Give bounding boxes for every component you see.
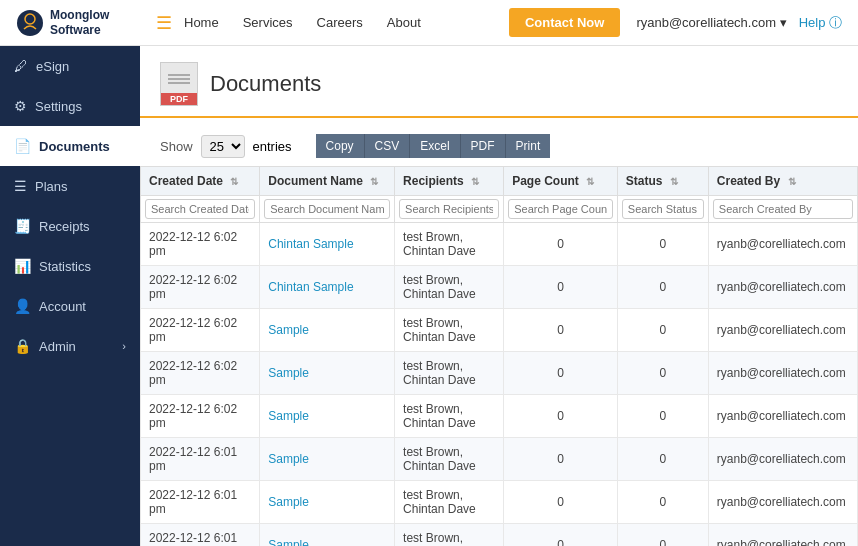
document-link[interactable]: Sample bbox=[268, 366, 309, 380]
table-header-row: Created Date ⇅ Document Name ⇅ Recipient… bbox=[141, 167, 858, 196]
sidebar-item-esign[interactable]: 🖊 eSign bbox=[0, 46, 140, 86]
nav-links: Home Services Careers About bbox=[184, 15, 509, 30]
col-header-recipients[interactable]: Recipients ⇅ bbox=[395, 167, 504, 196]
logo-line2: Software bbox=[50, 23, 109, 37]
pdf-button[interactable]: PDF bbox=[461, 134, 506, 158]
sort-icon-created-by: ⇅ bbox=[788, 176, 796, 187]
cell-recipients: test Brown, Chintan Dave bbox=[395, 395, 504, 438]
documents-table: Created Date ⇅ Document Name ⇅ Recipient… bbox=[140, 166, 858, 546]
cell-createdby: ryanb@corelliatech.com bbox=[708, 352, 857, 395]
sidebar-item-receipts[interactable]: 🧾 Receipts bbox=[0, 206, 140, 246]
sidebar-label-settings: Settings bbox=[35, 99, 82, 114]
search-page-count[interactable] bbox=[508, 199, 613, 219]
sort-icon-created-date: ⇅ bbox=[230, 176, 238, 187]
cell-docname: Sample bbox=[260, 352, 395, 395]
nav-right: ryanb@corelliatech.com ▾ Help ⓘ bbox=[636, 14, 842, 32]
search-cell-docname bbox=[260, 196, 395, 223]
search-cell-pagecount bbox=[504, 196, 618, 223]
cell-date: 2022-12-12 6:02 pm bbox=[141, 352, 260, 395]
search-recipients[interactable] bbox=[399, 199, 499, 219]
cell-date: 2022-12-12 6:01 pm bbox=[141, 481, 260, 524]
search-status[interactable] bbox=[622, 199, 704, 219]
top-navigation: Moonglow Software ☰ Home Services Career… bbox=[0, 0, 858, 46]
cell-recipients: test Brown, Chintan Dave bbox=[395, 481, 504, 524]
document-link[interactable]: Sample bbox=[268, 452, 309, 466]
table-row: 2022-12-12 6:01 pm Sample test Brown, Ch… bbox=[141, 481, 858, 524]
documents-icon: 📄 bbox=[14, 138, 31, 154]
col-header-created-date[interactable]: Created Date ⇅ bbox=[141, 167, 260, 196]
help-link[interactable]: Help ⓘ bbox=[799, 14, 842, 32]
table-controls: Show 25 10 50 100 entries Copy CSV Excel… bbox=[140, 130, 858, 166]
table-body: 2022-12-12 6:02 pm Chintan Sample test B… bbox=[141, 223, 858, 547]
cell-date: 2022-12-12 6:02 pm bbox=[141, 266, 260, 309]
nav-services[interactable]: Services bbox=[243, 15, 293, 30]
col-header-created-by[interactable]: Created By ⇅ bbox=[708, 167, 857, 196]
cell-createdby: ryanb@corelliatech.com bbox=[708, 524, 857, 547]
cell-createdby: ryanb@corelliatech.com bbox=[708, 223, 857, 266]
cell-recipients: test Brown, Chintan Dave bbox=[395, 352, 504, 395]
table-row: 2022-12-12 6:01 pm Sample test Brown, Ch… bbox=[141, 524, 858, 547]
plans-icon: ☰ bbox=[14, 178, 27, 194]
table-row: 2022-12-12 6:01 pm Sample test Brown, Ch… bbox=[141, 438, 858, 481]
csv-button[interactable]: CSV bbox=[365, 134, 411, 158]
document-link[interactable]: Sample bbox=[268, 323, 309, 337]
cell-recipients: test Brown, Chintan Dave bbox=[395, 524, 504, 547]
cell-pagecount: 0 bbox=[504, 352, 618, 395]
cell-recipients: test Brown, Chintan Dave bbox=[395, 223, 504, 266]
cell-date: 2022-12-12 6:01 pm bbox=[141, 438, 260, 481]
cell-pagecount: 0 bbox=[504, 481, 618, 524]
search-created-by[interactable] bbox=[713, 199, 853, 219]
receipts-icon: 🧾 bbox=[14, 218, 31, 234]
excel-button[interactable]: Excel bbox=[410, 134, 460, 158]
sort-icon-document-name: ⇅ bbox=[370, 176, 378, 187]
document-link[interactable]: Chintan Sample bbox=[268, 237, 353, 251]
contact-now-button[interactable]: Contact Now bbox=[509, 8, 620, 37]
print-button[interactable]: Print bbox=[506, 134, 551, 158]
cell-recipients: test Brown, Chintan Dave bbox=[395, 309, 504, 352]
cell-docname: Sample bbox=[260, 395, 395, 438]
document-link[interactable]: Sample bbox=[268, 538, 309, 546]
sidebar-item-statistics[interactable]: 📊 Statistics bbox=[0, 246, 140, 286]
search-document-name[interactable] bbox=[264, 199, 390, 219]
cell-docname: Chintan Sample bbox=[260, 223, 395, 266]
logo-line1: Moonglow bbox=[50, 8, 109, 22]
copy-button[interactable]: Copy bbox=[316, 134, 365, 158]
sidebar-label-esign: eSign bbox=[36, 59, 69, 74]
user-email-dropdown[interactable]: ryanb@corelliatech.com ▾ bbox=[636, 15, 786, 30]
nav-about[interactable]: About bbox=[387, 15, 421, 30]
logo: Moonglow Software bbox=[16, 8, 156, 37]
search-cell-recipients bbox=[395, 196, 504, 223]
cell-pagecount: 0 bbox=[504, 524, 618, 547]
col-header-status[interactable]: Status ⇅ bbox=[617, 167, 708, 196]
main-content: PDF Documents Show 25 10 50 100 entries … bbox=[140, 46, 858, 546]
col-header-document-name[interactable]: Document Name ⇅ bbox=[260, 167, 395, 196]
sidebar-item-admin[interactable]: 🔒 Admin › bbox=[0, 326, 140, 366]
cell-date: 2022-12-12 6:02 pm bbox=[141, 395, 260, 438]
nav-home[interactable]: Home bbox=[184, 15, 219, 30]
search-created-date[interactable] bbox=[145, 199, 255, 219]
search-cell-createdby bbox=[708, 196, 857, 223]
sidebar-item-plans[interactable]: ☰ Plans bbox=[0, 166, 140, 206]
cell-docname: Chintan Sample bbox=[260, 266, 395, 309]
document-link[interactable]: Chintan Sample bbox=[268, 280, 353, 294]
entries-select[interactable]: 25 10 50 100 bbox=[201, 135, 245, 158]
cell-createdby: ryanb@corelliatech.com bbox=[708, 309, 857, 352]
document-link[interactable]: Sample bbox=[268, 409, 309, 423]
pdf-file-icon: PDF bbox=[160, 62, 198, 106]
sidebar-item-account[interactable]: 👤 Account bbox=[0, 286, 140, 326]
table-row: 2022-12-12 6:02 pm Sample test Brown, Ch… bbox=[141, 395, 858, 438]
search-cell-status bbox=[617, 196, 708, 223]
cell-status: 0 bbox=[617, 395, 708, 438]
logo-icon bbox=[16, 9, 44, 37]
nav-careers[interactable]: Careers bbox=[317, 15, 363, 30]
sort-icon-recipients: ⇅ bbox=[471, 176, 479, 187]
sidebar-item-documents[interactable]: 📄 Documents bbox=[0, 126, 140, 166]
col-header-page-count[interactable]: Page Count ⇅ bbox=[504, 167, 618, 196]
sort-icon-status: ⇅ bbox=[670, 176, 678, 187]
hamburger-button[interactable]: ☰ bbox=[156, 12, 172, 34]
table-row: 2022-12-12 6:02 pm Sample test Brown, Ch… bbox=[141, 309, 858, 352]
cell-createdby: ryanb@corelliatech.com bbox=[708, 266, 857, 309]
sidebar-item-settings[interactable]: ⚙ Settings bbox=[0, 86, 140, 126]
document-link[interactable]: Sample bbox=[268, 495, 309, 509]
cell-createdby: ryanb@corelliatech.com bbox=[708, 481, 857, 524]
